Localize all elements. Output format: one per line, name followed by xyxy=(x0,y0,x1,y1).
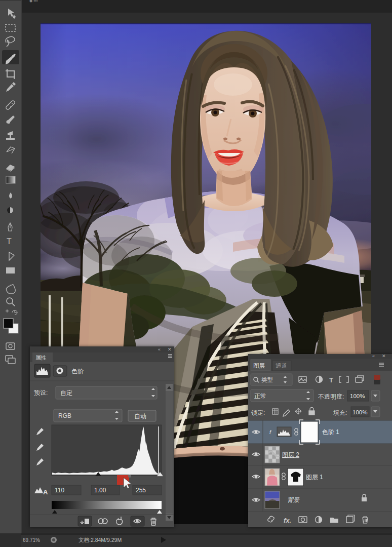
svg-text:类型: 类型 xyxy=(261,377,273,383)
svg-text:fx.: fx. xyxy=(284,517,291,524)
svg-text:«: « xyxy=(158,347,161,352)
svg-text:100%: 100% xyxy=(352,409,367,415)
svg-text:T: T xyxy=(329,376,333,384)
svg-text:背景: 背景 xyxy=(287,496,300,503)
svg-text:图层 1: 图层 1 xyxy=(306,474,323,481)
svg-text:预设:: 预设: xyxy=(34,389,48,396)
svg-text:✕: ✕ xyxy=(168,347,172,352)
svg-text:图层 2: 图层 2 xyxy=(282,451,299,458)
svg-text:110: 110 xyxy=(55,487,64,494)
svg-text:1.00: 1.00 xyxy=(94,487,106,494)
svg-text:属性: 属性 xyxy=(35,355,47,361)
svg-text:69.71%: 69.71% xyxy=(23,537,40,543)
svg-text:色阶 1: 色阶 1 xyxy=(322,428,339,436)
svg-text:«: « xyxy=(372,354,375,359)
svg-text:自动: 自动 xyxy=(134,413,146,420)
svg-text:100%: 100% xyxy=(350,393,365,399)
svg-text:色阶: 色阶 xyxy=(71,368,84,375)
svg-text:不透明度:: 不透明度: xyxy=(318,393,344,400)
svg-text:✕: ✕ xyxy=(382,354,386,359)
svg-text:T: T xyxy=(7,237,12,246)
svg-text:文档:2.84M/9.29M: 文档:2.84M/9.29M xyxy=(79,537,122,543)
svg-text:通道: 通道 xyxy=(276,363,287,369)
svg-text:自定: 自定 xyxy=(60,389,72,397)
svg-text:图层: 图层 xyxy=(253,363,265,369)
svg-text:正常: 正常 xyxy=(254,393,266,400)
svg-text:RGB: RGB xyxy=(58,412,71,419)
svg-text:填充:: 填充: xyxy=(333,409,347,416)
svg-text:锁定:: 锁定: xyxy=(251,409,265,416)
svg-text:255: 255 xyxy=(136,487,146,494)
svg-text:A: A xyxy=(43,488,48,496)
